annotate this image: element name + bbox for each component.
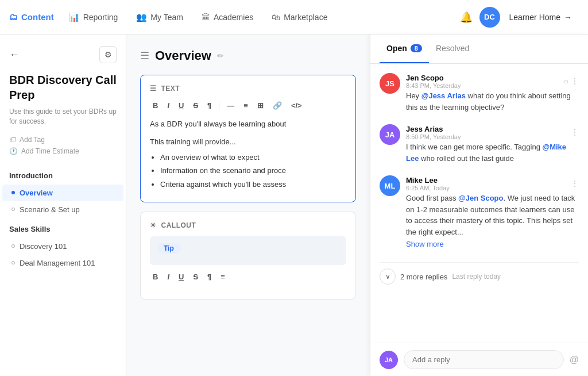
- tag-icon: 🏷: [9, 136, 16, 144]
- mention-jen-scopo: @Jen Scopo: [458, 194, 503, 202]
- reporting-icon: 📊: [69, 12, 80, 22]
- edit-icon[interactable]: ✏: [217, 51, 224, 60]
- paragraph-button[interactable]: ¶: [204, 99, 214, 112]
- callout-type-label: CALLOUT: [161, 221, 196, 229]
- reply-input[interactable]: [404, 350, 564, 369]
- add-tag-button[interactable]: 🏷 Add Tag: [9, 136, 117, 144]
- nav-reporting-label: Reporting: [83, 13, 118, 22]
- avatar-mike-lee: ML: [380, 175, 400, 196]
- clock-icon: 🕐: [9, 147, 18, 155]
- nav-marketplace[interactable]: 🛍 Marketplace: [264, 7, 335, 26]
- deal-management-label: Deal Management 101: [20, 259, 95, 267]
- callout-strikethrough-button[interactable]: S: [190, 271, 201, 283]
- marketplace-icon: 🛍: [272, 12, 280, 22]
- callout-underline-button[interactable]: U: [176, 271, 187, 283]
- text-block-toolbar: B I U S ¶ — ≡ ⊞ 🔗 </>: [150, 99, 346, 112]
- nav-my-team[interactable]: 👥 My Team: [128, 7, 191, 27]
- callout-content: Tip: [150, 236, 346, 265]
- jess-arias-text-after: who rolled out the last guide: [419, 154, 514, 163]
- mike-lee-text: Good first pass @Jen Scopo. We just need…: [406, 193, 579, 237]
- nav-logo-label: Content: [21, 12, 54, 22]
- callout-bullet-button[interactable]: ≡: [218, 271, 228, 283]
- callout-block-header: ☀ CALLOUT: [150, 221, 346, 229]
- bullet-list-button[interactable]: ≡: [241, 99, 251, 112]
- code-button[interactable]: </>: [288, 99, 305, 112]
- bold-button[interactable]: B: [150, 99, 161, 112]
- add-tag-label: Add Tag: [20, 136, 45, 144]
- avatar-jen-scopo: JS: [380, 73, 400, 94]
- bell-icon: 🔔: [460, 11, 473, 23]
- link-button[interactable]: 🔗: [270, 99, 285, 112]
- toolbar-divider-1: [219, 101, 219, 110]
- table-button[interactable]: ⊞: [254, 99, 266, 112]
- more-options-button-3[interactable]: ⋮: [571, 179, 579, 188]
- mike-lee-time: 6:25 AM, Today: [406, 185, 450, 191]
- comments-body: JS Jen Scopo 8:43 PM, Yesterday ○ ⋮: [370, 64, 588, 343]
- nav-reporting[interactable]: 📊 Reporting: [61, 7, 126, 27]
- show-more-button[interactable]: Show more: [406, 240, 444, 248]
- jess-arias-body: Jess Arias 8:50 PM, Yesterday ⋮ I think …: [406, 124, 579, 164]
- chevron-down-icon: ∨: [385, 273, 390, 281]
- gear-icon: ⚙: [105, 50, 112, 59]
- sidebar: ← ⚙ BDR Discovery Call Prep Use this gui…: [0, 34, 126, 376]
- discovery-label: Discovery 101: [20, 242, 67, 251]
- callout-italic-button[interactable]: I: [164, 271, 172, 283]
- nav-logo[interactable]: 🗂 Content: [9, 12, 54, 22]
- hr-button[interactable]: —: [224, 99, 237, 112]
- section-sales-skills-title: Sales Skills: [0, 218, 126, 238]
- jess-arias-header: Jess Arias 8:50 PM, Yesterday ⋮: [406, 124, 579, 140]
- content-icon: 🗂: [9, 12, 18, 22]
- strikethrough-button[interactable]: S: [190, 99, 201, 112]
- inactive-dot-2: [11, 244, 15, 248]
- tip-label: Tip: [157, 243, 181, 254]
- mike-lee-initials: ML: [385, 182, 396, 190]
- nav-academies[interactable]: 🏛 Academies: [194, 7, 261, 26]
- course-description: Use this guide to set your BDRs up for s…: [0, 107, 126, 136]
- academies-icon: 🏛: [202, 12, 210, 22]
- italic-button[interactable]: I: [164, 99, 172, 112]
- mention-jess-arias: @Jess Arias: [421, 91, 466, 100]
- tab-open[interactable]: Open 8: [380, 34, 429, 63]
- text-block-header: ☰ TEXT: [150, 85, 346, 93]
- jen-scopo-actions: ○ ⋮: [564, 76, 579, 86]
- text-block-bullets: An overview of what to expect Informatio…: [150, 152, 346, 191]
- nav-scenario-setup[interactable]: Scenario & Set up: [2, 201, 123, 218]
- jen-scopo-header: Jen Scopo 8:43 PM, Yesterday ○ ⋮: [406, 73, 579, 89]
- add-time-estimate-label: Add Time Estimate: [21, 147, 79, 155]
- page-title: Overview: [155, 48, 211, 63]
- my-team-icon: 👥: [136, 12, 147, 22]
- content-header: ☰ Overview ✏: [140, 48, 356, 63]
- resolved-tab-label: Resolved: [436, 44, 469, 53]
- comment-mike-lee: ML Mike Lee 6:25 AM, Today ⋮ Good first …: [380, 175, 579, 248]
- callout-paragraph-button[interactable]: ¶: [204, 271, 214, 283]
- nav-deal-management[interactable]: Deal Management 101: [2, 255, 123, 271]
- more-options-button[interactable]: ⋮: [571, 76, 579, 86]
- back-button[interactable]: ←: [9, 49, 20, 61]
- expand-replies-button[interactable]: ∨: [380, 268, 396, 285]
- tab-resolved[interactable]: Resolved: [429, 34, 476, 63]
- learner-home-button[interactable]: Learner Home →: [502, 8, 579, 26]
- text-block-content: As a BDR you'll always be learning about…: [150, 118, 346, 191]
- settings-button[interactable]: ⚙: [99, 46, 117, 63]
- jen-scopo-time: 8:43 PM, Yesterday: [406, 82, 461, 89]
- nav-discovery-101[interactable]: Discovery 101: [2, 238, 123, 255]
- text-block: ☰ TEXT B I U S ¶ — ≡ ⊞ 🔗 </> As a BDR yo…: [140, 75, 356, 202]
- mike-lee-actions: ⋮: [571, 179, 579, 188]
- jess-arias-name: Jess Arias: [406, 125, 443, 133]
- sidebar-top: ← ⚙: [0, 44, 126, 72]
- callout-bold-button[interactable]: B: [150, 271, 161, 283]
- more-options-button-2[interactable]: ⋮: [571, 128, 579, 137]
- resolve-button[interactable]: ○: [564, 76, 568, 86]
- content-area: ☰ Overview ✏ ☰ TEXT B I U S ¶ — ≡ ⊞ 🔗 </…: [126, 34, 370, 376]
- user-avatar[interactable]: DC: [479, 7, 500, 28]
- add-time-estimate-button[interactable]: 🕐 Add Time Estimate: [9, 147, 117, 155]
- nav-overview[interactable]: Overview: [2, 185, 123, 201]
- overview-label: Overview: [20, 189, 53, 197]
- underline-button[interactable]: U: [176, 99, 187, 112]
- bullet-3: Criteria against which you'll be assess: [160, 179, 346, 191]
- jess-arias-text-before: I think we can get more specific. Taggin…: [406, 143, 543, 151]
- callout-block: ☀ CALLOUT Tip B I U S ¶ ≡: [140, 212, 356, 300]
- bell-button[interactable]: 🔔: [455, 6, 477, 28]
- nav-my-team-label: My Team: [150, 13, 183, 22]
- emoji-button[interactable]: @: [570, 355, 579, 365]
